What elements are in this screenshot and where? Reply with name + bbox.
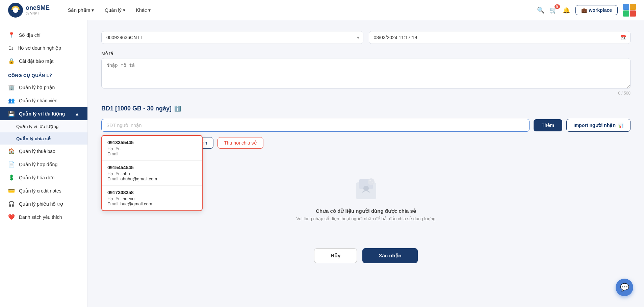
dropdown-row-email-0: Email [107, 151, 197, 156]
sidebar-item-ho-so[interactable]: 🗂 Hồ sơ doanh nghiệp [0, 42, 87, 54]
sidebar-item-thue-bao[interactable]: 🏠 Quản lý thuê bao [0, 145, 87, 158]
logo-sub: by VNPT [26, 11, 50, 15]
import-button[interactable]: Import người nhận 📊 [566, 119, 630, 132]
dropdown-item-0[interactable]: 0913355445 Họ tên Email [102, 136, 202, 161]
sidebar: 📍 Số địa chỉ 🗂 Hồ sơ doanh nghiệp 🔒 Cài … [0, 20, 88, 307]
recipient-row: Thêm Import người nhận 📊 0913355445 Họ t… [101, 119, 630, 132]
chevron-down-icon: ▾ [92, 7, 94, 13]
calendar-icon: 📅 [621, 35, 626, 40]
date-input-wrapper: 📅 [369, 31, 631, 44]
description-section: Mô tả 0 / 500 [101, 51, 630, 96]
heart-icon: ❤️ [8, 214, 15, 220]
sidebar-item-yeu-thich[interactable]: ❤️ Danh sách yêu thích [0, 210, 87, 224]
dropdown-phone-1: 0915454545 [107, 165, 197, 170]
select-wrapper: 000929636CNTT ▾ [101, 31, 363, 44]
sidebar-item-bo-phan[interactable]: 🏢 Quản lý bộ phận [0, 81, 87, 94]
sidebar-item-nhan-vien[interactable]: 👥 Quản lý nhân viên [0, 94, 87, 107]
bottom-actions: Hủy Xác nhận [101, 248, 630, 277]
date-group: 📅 [369, 31, 631, 44]
empty-state-title: Chưa có dữ liệu người dùng được chia sẻ [316, 208, 416, 214]
chat-button[interactable]: 💬 [616, 279, 633, 296]
huy-button[interactable]: Hủy [314, 248, 357, 263]
chevron-down-icon: ▾ [123, 7, 125, 13]
dropdown-phone-0: 0913355445 [107, 140, 197, 145]
logo-text: oneSME [26, 5, 50, 11]
arrow-up-icon: ▲ [75, 111, 79, 117]
home-icon: 🏠 [8, 148, 15, 154]
avatar-cell-1 [623, 4, 629, 10]
avatar-cell-2 [630, 4, 636, 10]
svg-point-8 [371, 183, 371, 183]
excel-icon: 📊 [618, 123, 623, 128]
layout: 📍 Số địa chỉ 🗂 Hồ sơ doanh nghiệp 🔒 Cài … [0, 20, 644, 307]
form-top-row: 000929636CNTT ▾ 📅 [101, 31, 630, 44]
empty-state-icon [353, 176, 380, 203]
main-content: 000929636CNTT ▾ 📅 Mô tả 0 / 500 BD1 [100… [88, 20, 644, 307]
workplace-button[interactable]: 💼 workplace [575, 5, 618, 15]
dropdown-phone-2: 0917308358 [107, 190, 197, 195]
chevron-down-icon: ▾ [148, 7, 151, 13]
dropdown-row-email-2: Email hue@gmail.com [107, 201, 197, 206]
description-textarea[interactable] [101, 58, 630, 88]
package-title: BD1 [1000 GB - 30 ngày] ℹ️ [101, 105, 630, 112]
avatar-cell-3 [623, 10, 629, 17]
sidebar-item-hop-dong[interactable]: 📄 Quản lý hợp đồng [0, 158, 87, 171]
sidebar-item-hoa-don[interactable]: 💲 Quản lý hóa đơn [0, 171, 87, 184]
wallet-icon: 💾 [8, 110, 15, 117]
logo[interactable]: oneSME by VNPT [8, 3, 50, 18]
sidebar-item-phieu-ho-tro[interactable]: 🎧 Quản lý phiếu hỗ trợ [0, 197, 87, 210]
briefcase-icon: 🗂 [8, 45, 14, 51]
nav-quan-ly[interactable]: Quản lý ▾ [100, 5, 130, 16]
sidebar-item-so-dia-chi[interactable]: 📍 Số địa chỉ [0, 28, 87, 42]
empty-state-subtitle: Vui lòng nhập số điện thoại người nhận đ… [296, 216, 435, 221]
lock-icon: 🔒 [8, 58, 15, 64]
description-label: Mô tả [101, 51, 630, 56]
cart-button[interactable]: 🛒 5 [550, 6, 557, 14]
sidebar-item-vi-luu-luong[interactable]: 💾 Quản lý ví lưu lượng ▲ [0, 107, 87, 120]
thu-hoi-button[interactable]: Thu hồi chia sẻ [217, 137, 263, 149]
package-select[interactable]: 000929636CNTT [101, 31, 363, 44]
sidebar-item-bao-mat[interactable]: 🔒 Cài đặt bảo mật [0, 54, 87, 68]
nav-san-pham[interactable]: Sản phẩm ▾ [63, 5, 99, 16]
contract-icon: 📄 [8, 161, 15, 168]
invoice-icon: 💲 [8, 174, 15, 181]
headphone-icon: 🎧 [8, 201, 15, 207]
info-icon[interactable]: ℹ️ [174, 105, 181, 112]
sidebar-item-ql-chia-se[interactable]: Quản lý chia sẻ [0, 132, 87, 145]
them-button[interactable]: Thêm [534, 119, 562, 131]
dropdown-row-name-1: Họ tên ahu [107, 171, 197, 176]
nav-khac[interactable]: Khác ▾ [131, 5, 155, 16]
dropdown-row-email-1: Email ahuhu@gmail.com [107, 176, 197, 181]
dropdown-item-2[interactable]: 0917308358 Họ tên huevu Email hue@gmail.… [102, 186, 202, 210]
recipient-dropdown: 0913355445 Họ tên Email 0915454545 Họ tê… [101, 135, 203, 211]
dropdown-row-name-2: Họ tên huevu [107, 196, 197, 201]
header-right: 🔍 🛒 5 🔔 💼 workplace [537, 4, 636, 17]
avatar-cell-4 [630, 10, 636, 17]
recipient-input[interactable] [101, 119, 530, 132]
sidebar-section-title: CÔNG CỤ QUẢN LÝ [0, 68, 87, 81]
svg-point-1 [13, 7, 18, 13]
dropdown-item-1[interactable]: 0915454545 Họ tên ahu Email ahuhu@gmail.… [102, 161, 202, 186]
dropdown-row-name-0: Họ tên [107, 146, 197, 151]
credit-icon: 💳 [8, 187, 15, 194]
select-group: 000929636CNTT ▾ [101, 31, 363, 44]
bell-icon[interactable]: 🔔 [563, 6, 570, 14]
svg-point-4 [363, 186, 369, 191]
header: oneSME by VNPT Sản phẩm ▾ Quản lý ▾ Khác… [0, 0, 644, 20]
department-icon: 🏢 [8, 84, 15, 91]
sidebar-submenu: Quản lý ví lưu lượng Quản lý chia sẻ [0, 120, 87, 145]
workplace-icon: 💼 [581, 7, 587, 13]
svg-point-5 [368, 178, 375, 185]
xac-nhan-button[interactable]: Xác nhận [362, 248, 417, 263]
main-nav: Sản phẩm ▾ Quản lý ▾ Khác ▾ [63, 5, 537, 16]
location-icon: 📍 [8, 32, 15, 38]
search-icon[interactable]: 🔍 [537, 6, 544, 14]
char-count: 0 / 500 [101, 91, 630, 96]
sidebar-item-credit-notes[interactable]: 💳 Quản lý credit notes [0, 184, 87, 197]
svg-point-6 [369, 180, 371, 181]
avatar[interactable] [623, 4, 636, 17]
cart-badge: 5 [555, 4, 560, 9]
people-icon: 👥 [8, 97, 15, 104]
date-input[interactable] [369, 31, 631, 44]
sidebar-item-ql-vi-luu-luong[interactable]: Quản lý ví lưu lượng [0, 120, 87, 132]
